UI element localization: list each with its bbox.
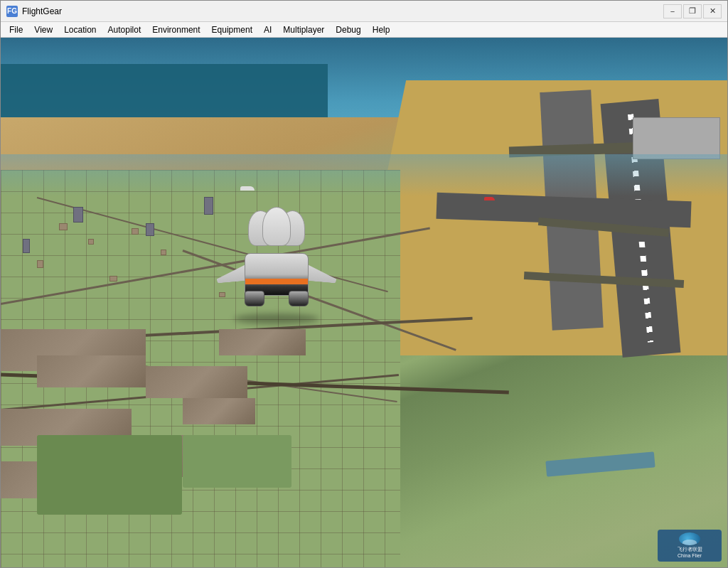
building [59,223,68,230]
menu-location[interactable]: Location [58,23,102,36]
menu-view[interactable]: View [28,23,58,36]
urban-block [146,366,247,398]
building [132,228,139,235]
title-bar: FG FlightGear − ❐ ✕ [1,1,727,22]
nose-pod-center [262,207,291,246]
menu-autopilot[interactable]: Autopilot [102,23,147,36]
green-area-2 [183,435,291,488]
application-window: FG FlightGear − ❐ ✕ File View Location A… [0,0,728,568]
building [109,276,117,282]
distant-aircraft-2 [484,197,495,200]
menu-help[interactable]: Help [367,23,396,36]
menu-debug[interactable]: Debug [330,23,366,36]
window-title: FlightGear [22,6,663,16]
engine-left [245,291,264,306]
watermark: 飞行者联盟 China Flier [658,530,722,562]
urban-block [183,398,255,424]
urban-block [37,355,146,387]
building-tall [146,223,154,236]
engine-right [289,291,309,306]
menu-file[interactable]: File [4,23,28,36]
building-tall [73,207,83,223]
window-controls: − ❐ ✕ [663,4,722,18]
menu-environment[interactable]: Environment [146,23,205,36]
fuselage [245,253,309,296]
building-tall [23,239,30,253]
menu-equipment[interactable]: Equipment [206,23,258,36]
close-button[interactable]: ✕ [703,4,722,18]
restore-button[interactable]: ❐ [683,4,702,18]
green-area-1 [37,435,182,515]
watermark-text-line1: 飞行者联盟 [678,547,702,552]
aircraft-shadow [234,314,319,324]
aircraft [205,203,348,317]
distant-aircraft-1 [240,186,255,191]
building [88,239,94,245]
app-icon: FG [6,6,18,17]
menu-multiplayer[interactable]: Multiplayer [277,23,330,36]
minimize-button[interactable]: − [663,4,682,18]
menu-bar: File View Location Autopilot Environment… [1,22,727,38]
watermark-logo [679,532,700,545]
aircraft-model [205,203,348,317]
simulation-viewport[interactable]: 飞行者联盟 China Flier [1,38,727,567]
watermark-text-line2: China Flier [678,553,702,559]
airport-terminal [633,117,720,160]
urban-block [219,329,306,355]
menu-ai[interactable]: AI [258,23,277,36]
building [161,250,166,255]
building [37,260,43,268]
